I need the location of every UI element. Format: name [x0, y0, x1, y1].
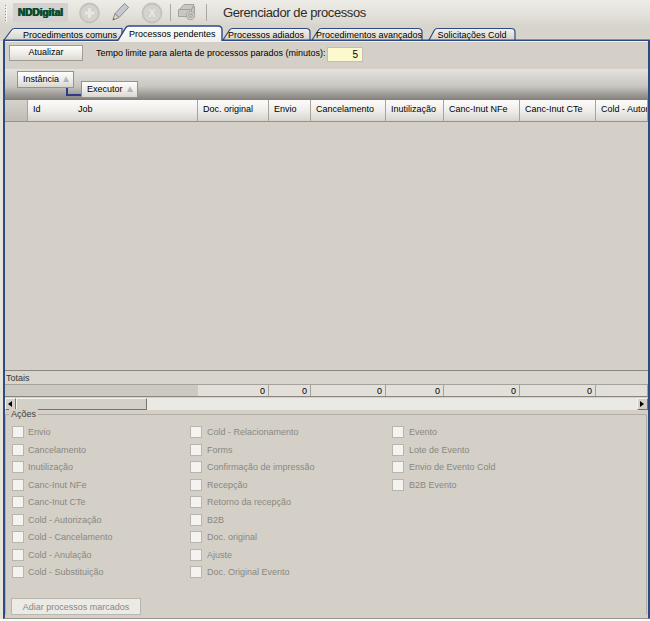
svg-text:X: X	[148, 7, 155, 19]
svg-text:Procedimentos comuns: Procedimentos comuns	[23, 30, 118, 40]
svg-text:Procedimentos avançados: Procedimentos avançados	[316, 30, 423, 40]
svg-text:Solicitações Cold: Solicitações Cold	[437, 30, 506, 40]
svg-text:Processos adiados: Processos adiados	[228, 30, 305, 40]
svg-text:Processos pendentes: Processos pendentes	[129, 29, 216, 39]
